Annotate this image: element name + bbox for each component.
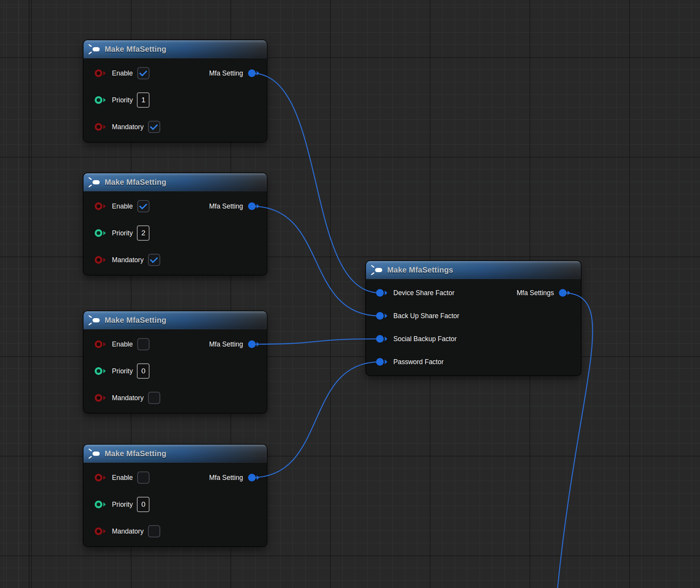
output-pin-label: Mfa Setting bbox=[209, 474, 243, 482]
pin-row-priority: Priority 0 bbox=[84, 362, 267, 380]
node-make-mfasettings[interactable]: Make MfaSettings Mfa Settings Device Sha… bbox=[366, 261, 581, 375]
pin-label: Mandatory bbox=[112, 527, 144, 535]
mandatory-checkbox[interactable] bbox=[148, 254, 160, 266]
node-header[interactable]: Make MfaSetting bbox=[84, 173, 267, 191]
output-pin-row: Mfa Setting bbox=[209, 197, 261, 215]
enable-checkbox[interactable] bbox=[137, 338, 150, 350]
output-pin-label: Mfa Setting bbox=[209, 202, 243, 210]
mandatory-checkbox[interactable] bbox=[148, 525, 160, 537]
pin-label: Enable bbox=[112, 202, 133, 210]
bool-pin-icon[interactable] bbox=[94, 340, 108, 349]
int-pin-icon[interactable] bbox=[94, 500, 108, 509]
priority-input[interactable]: 0 bbox=[137, 497, 150, 512]
pin-label: Mandatory bbox=[112, 256, 144, 264]
enable-checkbox[interactable] bbox=[137, 67, 150, 79]
bool-pin-icon[interactable] bbox=[94, 69, 108, 78]
priority-input[interactable]: 2 bbox=[137, 225, 150, 241]
node-make-mfasetting-4[interactable]: Make MfaSetting Mfa Setting Enable Prior… bbox=[84, 445, 267, 546]
pin-label: Back Up Share Factor bbox=[393, 312, 459, 320]
struct-output-pin-icon[interactable] bbox=[247, 202, 261, 211]
pin-label: Device Share Factor bbox=[393, 289, 455, 297]
node-title: Make MfaSetting bbox=[105, 45, 166, 54]
struct-pin-icon[interactable] bbox=[375, 311, 389, 320]
node-title: Make MfaSetting bbox=[105, 178, 166, 187]
bool-pin-icon[interactable] bbox=[94, 527, 108, 536]
output-pin-row: Mfa Settings bbox=[517, 284, 572, 302]
output-pin-label: Mfa Setting bbox=[209, 340, 243, 348]
node-body: Mfa Setting Enable Priority 0 Mandato bbox=[84, 329, 267, 413]
pin-row-social-backup-factor: Social Backup Factor bbox=[366, 330, 581, 348]
output-pin-label: Mfa Settings bbox=[517, 289, 554, 297]
pin-label: Priority bbox=[112, 367, 133, 375]
pin-row-mandatory: Mandatory bbox=[84, 118, 267, 136]
int-pin-icon[interactable] bbox=[94, 228, 108, 238]
pin-label: Priority bbox=[112, 96, 133, 104]
make-struct-icon bbox=[89, 448, 100, 459]
bool-pin-icon[interactable] bbox=[94, 122, 108, 131]
node-header[interactable]: Make MfaSettings bbox=[366, 261, 581, 279]
struct-output-pin-icon[interactable] bbox=[558, 288, 572, 297]
struct-output-pin-icon[interactable] bbox=[247, 340, 261, 349]
bool-pin-icon[interactable] bbox=[94, 255, 108, 264]
node-body: Mfa Setting Enable Priority 2 Mandato bbox=[84, 191, 267, 275]
pin-row-password-factor: Password Factor bbox=[366, 353, 581, 371]
struct-output-pin-icon[interactable] bbox=[247, 473, 261, 482]
wire-setting2-to-backup-share-factor[interactable] bbox=[252, 206, 380, 316]
pin-row-back-up-share-factor: Back Up Share Factor bbox=[366, 307, 581, 325]
mandatory-checkbox[interactable] bbox=[148, 392, 160, 404]
enable-checkbox[interactable] bbox=[137, 471, 150, 484]
node-title: Make MfaSetting bbox=[105, 316, 166, 325]
output-pin-row: Mfa Setting bbox=[209, 335, 261, 353]
node-make-mfasetting-3[interactable]: Make MfaSetting Mfa Setting Enable Prior… bbox=[84, 311, 267, 413]
wire-setting1-to-device-share-factor[interactable] bbox=[252, 73, 380, 293]
output-pin-row: Mfa Setting bbox=[209, 64, 261, 82]
pin-label: Enable bbox=[112, 69, 133, 77]
bool-pin-icon[interactable] bbox=[94, 393, 108, 402]
node-body: Mfa Setting Enable Priority 0 Mandato bbox=[84, 463, 267, 546]
node-make-mfasetting-1[interactable]: Make MfaSetting Mfa Setting Enable Prior… bbox=[84, 40, 267, 142]
bool-pin-icon[interactable] bbox=[94, 473, 108, 482]
priority-input[interactable]: 1 bbox=[137, 92, 150, 108]
struct-pin-icon[interactable] bbox=[375, 357, 389, 366]
pin-row-priority: Priority 1 bbox=[84, 91, 267, 109]
blueprint-graph-canvas[interactable]: Make MfaSetting Mfa Setting Enable Prior… bbox=[0, 0, 700, 588]
priority-input[interactable]: 0 bbox=[137, 363, 150, 379]
node-body: Mfa Settings Device Share Factor Back Up… bbox=[366, 279, 581, 375]
wire-setting4-to-password-factor[interactable] bbox=[252, 362, 380, 478]
bool-pin-icon[interactable] bbox=[94, 202, 108, 211]
node-header[interactable]: Make MfaSetting bbox=[84, 445, 267, 463]
node-header[interactable]: Make MfaSetting bbox=[84, 40, 267, 58]
pin-label: Priority bbox=[112, 501, 133, 509]
node-body: Mfa Setting Enable Priority 1 Mandato bbox=[84, 58, 267, 142]
pin-row-priority: Priority 2 bbox=[84, 224, 267, 242]
make-struct-icon bbox=[89, 177, 100, 187]
pin-label: Enable bbox=[112, 340, 133, 348]
pin-row-mandatory: Mandatory bbox=[84, 522, 267, 540]
node-title: Make MfaSettings bbox=[387, 266, 453, 274]
output-pin-row: Mfa Setting bbox=[209, 469, 261, 486]
struct-pin-icon[interactable] bbox=[375, 334, 389, 343]
node-header[interactable]: Make MfaSetting bbox=[84, 311, 267, 329]
int-pin-icon[interactable] bbox=[94, 95, 108, 105]
struct-pin-icon[interactable] bbox=[375, 288, 389, 297]
int-pin-icon[interactable] bbox=[94, 366, 108, 376]
make-struct-icon bbox=[89, 44, 100, 54]
pin-label: Password Factor bbox=[393, 358, 444, 366]
pin-row-mandatory: Mandatory bbox=[84, 251, 267, 269]
node-title: Make MfaSetting bbox=[105, 449, 166, 458]
pin-label: Mandatory bbox=[112, 123, 144, 131]
struct-output-pin-icon[interactable] bbox=[247, 69, 261, 78]
wire-setting3-to-social-backup-factor[interactable] bbox=[252, 339, 380, 344]
pin-label: Mandatory bbox=[112, 394, 144, 402]
enable-checkbox[interactable] bbox=[137, 200, 150, 212]
make-struct-icon bbox=[89, 315, 100, 325]
mandatory-checkbox[interactable] bbox=[148, 121, 160, 133]
pin-label: Enable bbox=[112, 474, 133, 482]
node-make-mfasetting-2[interactable]: Make MfaSetting Mfa Setting Enable Prior… bbox=[84, 173, 267, 275]
make-struct-icon bbox=[371, 265, 383, 275]
pin-row-priority: Priority 0 bbox=[84, 496, 267, 513]
pin-label: Social Backup Factor bbox=[393, 335, 457, 343]
pin-row-mandatory: Mandatory bbox=[84, 389, 267, 407]
pin-label: Priority bbox=[112, 229, 133, 237]
output-pin-label: Mfa Setting bbox=[209, 69, 243, 77]
